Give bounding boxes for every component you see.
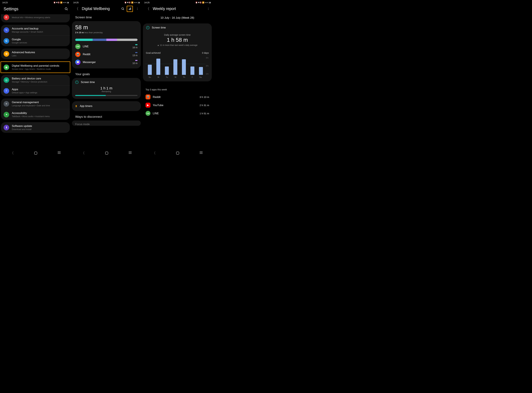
nav-recent-icon[interactable] bbox=[58, 152, 61, 154]
pill-icon bbox=[135, 52, 138, 53]
app-timers-card[interactable]: ⧗ App timers bbox=[72, 101, 141, 111]
goal-card[interactable]: Screen time 1 h 1 m Remaining bbox=[72, 78, 141, 99]
digital-wellbeing-row[interactable]: ◉ Digital Wellbeing and parental control… bbox=[1, 62, 70, 72]
more-icon[interactable]: ⋮ bbox=[206, 7, 210, 11]
nav-recent-icon[interactable] bbox=[129, 152, 132, 154]
nav-home-icon[interactable] bbox=[34, 152, 37, 155]
status-bar: 14:23 ⏰ ✖🔇 📶 VoLTE ▯▮ bbox=[0, 0, 71, 5]
software-update-row[interactable]: ⬇ Software update Download and install bbox=[1, 122, 70, 133]
goal-progress bbox=[75, 95, 138, 96]
nav-bar: 〈 bbox=[71, 150, 142, 157]
phone-wellbeing: 14:25 ⏰ ✖🔇 📶 VoLTE ▯▮ 〈 Digital Wellbein… bbox=[71, 0, 142, 157]
bar-W bbox=[173, 59, 177, 75]
chart-icon[interactable] bbox=[128, 7, 132, 11]
y-axis-labels: 3 h 2 h 1 h bbox=[206, 57, 209, 75]
advanced-features-row[interactable]: ✿ Advanced features Labs bbox=[1, 49, 70, 59]
screen-time-delta: 2 h 15 m less than yesterday bbox=[75, 31, 138, 34]
goal-name: Screen time bbox=[81, 81, 95, 84]
status-icons: ⏰ ✖🔇 📶 VoLTE ▯▮ bbox=[53, 1, 69, 4]
status-icons: ⏰ ✖🔇 📶 VoLTE ▯▮ bbox=[124, 1, 139, 4]
avg-delta: ▲ 11 m more than last week's daily avera… bbox=[143, 44, 212, 46]
nav-home-icon[interactable] bbox=[105, 152, 108, 155]
back-icon[interactable]: 〈 bbox=[145, 7, 150, 11]
svg-line-1 bbox=[67, 9, 68, 10]
screen-time-label: Screen time bbox=[152, 26, 166, 29]
google-icon: G bbox=[4, 38, 9, 44]
safety-icon: ⛨ bbox=[4, 15, 9, 20]
digital-wellbeing-highlight: ◉ Digital Wellbeing and parental control… bbox=[0, 61, 70, 73]
top-app-reddit[interactable]: 👽 Reddit 3 h 10 m bbox=[143, 93, 212, 101]
screen-time-value: 58 m bbox=[75, 24, 138, 31]
pill-icon bbox=[135, 44, 138, 45]
google-row[interactable]: G Google Google services bbox=[1, 35, 70, 46]
accessibility-row[interactable]: ✦ Accessibility TalkBack • Mono audio • … bbox=[1, 109, 70, 120]
seg-messenger bbox=[106, 39, 117, 41]
nav-back-icon[interactable]: 〈 bbox=[10, 151, 14, 156]
line-icon: LINE bbox=[145, 111, 150, 116]
screen-time-report-card[interactable]: Screen time Daily average screen time 1 … bbox=[143, 23, 212, 81]
accounts-backup-row[interactable]: ↻ Accounts and backup Manage accounts • … bbox=[1, 25, 70, 35]
nav-recent-icon[interactable] bbox=[200, 152, 203, 154]
goal-achieved-row: Goal achieved 0 days bbox=[143, 48, 212, 55]
search-icon[interactable] bbox=[121, 7, 125, 11]
avg-label: Daily average screen time bbox=[143, 34, 212, 36]
back-icon[interactable]: 〈 bbox=[75, 7, 79, 11]
apps-row[interactable]: ⠿ Apps Default apps • App settings bbox=[1, 85, 70, 96]
usage-segbar bbox=[75, 39, 138, 41]
screen-time-card[interactable]: 58 m 2 h 15 m less than yesterday LINE L… bbox=[72, 21, 141, 69]
x-axis-labels: Su.M.Tu.W.Th.F.Sa. bbox=[145, 76, 205, 78]
bar-M bbox=[156, 59, 160, 75]
seg-reddit bbox=[93, 39, 106, 41]
phone-weekly-report: 14:25 ⏰ ✖🔇 📶 VoLTE ▯▮ 〈 Weekly report ⋮ … bbox=[142, 0, 213, 157]
goal-label: Remaining bbox=[72, 90, 141, 93]
app-row-messenger[interactable]: 💬 Messenger 10 m bbox=[75, 58, 138, 66]
clock: 14:25 bbox=[144, 1, 150, 4]
youtube-icon: ▶ bbox=[145, 103, 150, 108]
reddit-icon: 👽 bbox=[145, 94, 150, 99]
svg-line-3 bbox=[123, 9, 124, 10]
report-header: 〈 Weekly report ⋮ bbox=[142, 5, 213, 14]
top-app-youtube[interactable]: ▶ YouTube 2 h 31 m bbox=[143, 101, 212, 109]
bar-Su bbox=[148, 65, 152, 75]
svg-point-0 bbox=[65, 8, 67, 10]
apps-icon: ⠿ bbox=[4, 88, 9, 94]
reddit-icon: 👽 bbox=[75, 52, 80, 57]
status-bar: 14:25 ⏰ ✖🔇 📶 VoLTE ▯▮ bbox=[142, 0, 213, 5]
bar-Th bbox=[182, 59, 186, 75]
app-row-reddit[interactable]: 👽 Reddit 13 m bbox=[75, 50, 138, 58]
accessibility-icon: ✦ bbox=[4, 112, 9, 118]
general-management-row[interactable]: ≡ General management Language and keyboa… bbox=[1, 98, 70, 109]
nav-home-icon[interactable] bbox=[176, 152, 179, 155]
clock: 14:25 bbox=[73, 1, 79, 4]
goal-value: 1 h 1 m bbox=[72, 86, 141, 90]
report-content[interactable]: 10 July - 16 July (Week 28) Screen time … bbox=[142, 14, 213, 150]
weekly-bar-chart: 3 h 2 h 1 h Su.M.Tu.W.Th.F.Sa. bbox=[144, 57, 209, 78]
goals-header: Your goals bbox=[72, 71, 141, 78]
top-app-line[interactable]: LINE LINE 1 h 51 m bbox=[143, 109, 212, 118]
bar-Sa bbox=[199, 67, 203, 75]
chart-icon-highlight bbox=[127, 6, 133, 12]
app-timers-label: App timers bbox=[80, 105, 92, 108]
nav-bar: 〈 bbox=[0, 150, 71, 157]
focus-mode-card[interactable]: Focus mode bbox=[72, 121, 141, 126]
safety-emergency-row[interactable]: ⛨ Medical info • Wireless emergency aler… bbox=[1, 14, 70, 22]
seg-line bbox=[75, 39, 93, 41]
wellbeing-content[interactable]: Screen time 58 m 2 h 15 m less than yest… bbox=[71, 14, 142, 150]
clock: 14:23 bbox=[2, 1, 8, 4]
search-icon[interactable] bbox=[64, 7, 69, 11]
clock-icon bbox=[75, 81, 79, 84]
screen-time-header: Screen time bbox=[72, 14, 141, 21]
battery-device-care-row[interactable]: ◎ Battery and device care Storage • Memo… bbox=[1, 75, 70, 85]
week-range: 10 July - 16 July (Week 28) bbox=[143, 14, 212, 23]
nav-bar: 〈 bbox=[142, 150, 213, 157]
nav-back-icon[interactable]: 〈 bbox=[81, 151, 85, 156]
status-bar: 14:25 ⏰ ✖🔇 📶 VoLTE ▯▮ bbox=[71, 0, 142, 5]
messenger-icon: 💬 bbox=[75, 60, 80, 65]
app-row-line[interactable]: LINE LINE 16 m bbox=[75, 43, 138, 50]
phone-settings: 14:23 ⏰ ✖🔇 📶 VoLTE ▯▮ Settings ⛨ Medical… bbox=[0, 0, 71, 157]
disconnect-header: Ways to disconnect bbox=[72, 113, 141, 121]
nav-back-icon[interactable]: 〈 bbox=[152, 151, 156, 156]
more-icon[interactable]: ⋮ bbox=[135, 7, 139, 11]
settings-list[interactable]: ⛨ Medical info • Wireless emergency aler… bbox=[0, 14, 71, 150]
wellbeing-icon: ◉ bbox=[4, 64, 9, 70]
